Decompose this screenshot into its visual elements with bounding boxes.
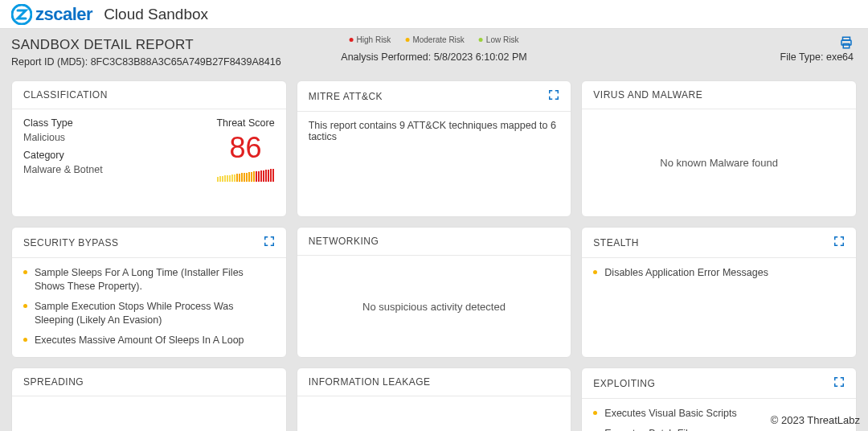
card-networking: NETWORKING No suspicious activity detect… [297, 227, 572, 358]
virus-text: No known Malware found [660, 157, 778, 169]
card-title: INFORMATION LEAKAGE [309, 376, 431, 388]
card-title: SECURITY BYPASS [23, 237, 118, 248]
category-label: Category [23, 150, 103, 161]
list-item: Executes Massive Amount Of Sleeps In A L… [23, 334, 275, 347]
card-body: This report contains 9 ATT&CK techniques… [297, 112, 571, 216]
app-header: zscaler Cloud Sandbox [0, 0, 868, 29]
stealth-list: Disables Application Error Messages [593, 266, 845, 280]
list-item: Sample Execution Stops While Process Was… [23, 300, 275, 327]
brand-logo: zscaler [11, 4, 92, 25]
card-title: MITRE ATT&CK [309, 91, 383, 102]
card-title: STEALTH [593, 237, 639, 248]
card-header: NETWORKING [297, 228, 571, 256]
card-body: Class Type Malicious Category Malware & … [12, 109, 286, 216]
brand-text: zscaler [35, 4, 92, 25]
card-body [297, 396, 571, 431]
threat-meter-icon [216, 169, 274, 182]
report-id-value: 8FC3C83B88A3C65A749B27F8439A8416 [91, 56, 281, 68]
threat-score-label: Threat Score [216, 117, 274, 129]
list-item: Executes Batch Files [593, 427, 845, 431]
card-title: SPREADING [23, 376, 84, 388]
class-type-label: Class Type [23, 117, 103, 129]
card-header: INFORMATION LEAKAGE [297, 368, 571, 396]
card-body [12, 396, 286, 431]
card-header: STEALTH [582, 228, 856, 258]
footer-credit: © 2023 ThreatLabz [771, 414, 860, 426]
dot-moderate-icon [405, 38, 409, 42]
card-body: No known Malware found [582, 109, 856, 216]
card-mitre: MITRE ATT&CK This report contains 9 ATT&… [297, 80, 572, 217]
risk-legend: High Risk Moderate Risk Low Risk [350, 35, 519, 44]
card-header: SECURITY BYPASS [12, 228, 286, 258]
file-type: File Type: exe64 [780, 51, 854, 63]
cards-grid: CLASSIFICATION Class Type Malicious Cate… [0, 74, 868, 431]
card-spreading: SPREADING [11, 367, 287, 431]
bypass-list: Sample Sleeps For A Long Time (Installer… [23, 266, 275, 347]
card-header: EXPLOITING [582, 368, 856, 399]
product-name: Cloud Sandbox [104, 6, 208, 23]
analysis-timestamp: Analysis Performed: 5/8/2023 6:10:02 PM [341, 51, 526, 63]
card-title: VIRUS AND MALWARE [593, 89, 702, 101]
expand-button[interactable] [833, 236, 845, 249]
mitre-text: This report contains 9 ATT&CK techniques… [309, 120, 560, 142]
threat-score-box: Threat Score 86 [216, 117, 274, 208]
class-type-value: Malicious [23, 132, 103, 143]
expand-icon [548, 89, 559, 101]
print-icon [839, 35, 854, 50]
card-header: SPREADING [12, 368, 286, 396]
card-body: Disables Application Error Messages [582, 258, 856, 357]
legend-low: Low Risk [479, 35, 519, 44]
card-stealth: STEALTH Disables Application Error Messa… [581, 227, 857, 358]
card-title: NETWORKING [309, 236, 379, 247]
card-virus: VIRUS AND MALWARE No known Malware found [581, 80, 857, 217]
expand-button[interactable] [548, 89, 559, 103]
card-security-bypass: SECURITY BYPASS Sample Sleeps For A Long… [11, 227, 287, 358]
threat-score-value: 86 [216, 132, 274, 164]
legend-high: High Risk [350, 35, 391, 44]
expand-icon [833, 376, 845, 388]
zscaler-icon [11, 4, 32, 25]
card-header: CLASSIFICATION [12, 81, 286, 109]
card-classification: CLASSIFICATION Class Type Malicious Cate… [11, 80, 287, 217]
print-button[interactable] [839, 35, 854, 52]
card-body: Sample Sleeps For A Long Time (Installer… [12, 258, 286, 361]
expand-icon [264, 236, 275, 247]
report-header: SANDBOX DETAIL REPORT Report ID (MD5): 8… [0, 29, 868, 74]
list-item: Sample Sleeps For A Long Time (Installer… [23, 266, 275, 293]
category-value: Malware & Botnet [23, 164, 103, 175]
networking-text: No suspicious activity detected [362, 301, 506, 313]
classification-details: Class Type Malicious Category Malware & … [23, 117, 103, 208]
expand-button[interactable] [833, 376, 845, 390]
dot-high-icon [350, 38, 354, 42]
card-body: No suspicious activity detected [297, 256, 571, 357]
dot-low-icon [479, 38, 483, 42]
expand-icon [833, 236, 845, 247]
list-item: Disables Application Error Messages [593, 266, 845, 280]
card-header: VIRUS AND MALWARE [582, 81, 856, 109]
card-information-leakage: INFORMATION LEAKAGE [297, 367, 572, 431]
card-title: CLASSIFICATION [23, 89, 108, 101]
legend-moderate: Moderate Risk [405, 35, 464, 44]
expand-button[interactable] [264, 236, 275, 249]
card-title: EXPLOITING [593, 378, 655, 389]
card-header: MITRE ATT&CK [297, 81, 571, 112]
report-id-label: Report ID (MD5): [11, 56, 91, 68]
